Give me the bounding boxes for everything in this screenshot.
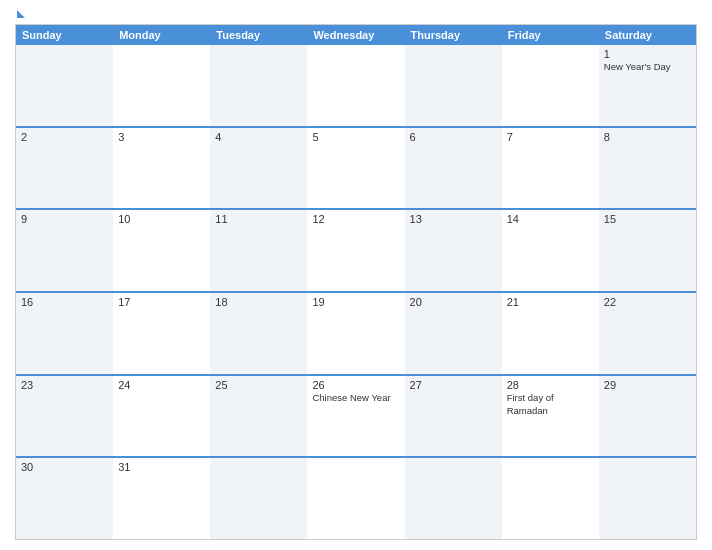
day-number: 15 [604,213,691,225]
day-cell: 28First day of Ramadan [502,376,599,457]
day-number: 3 [118,131,205,143]
day-cell: 30 [16,458,113,539]
day-number: 21 [507,296,594,308]
day-number: 8 [604,131,691,143]
day-number: 22 [604,296,691,308]
day-cell: 31 [113,458,210,539]
day-cell: 14 [502,210,599,291]
day-header-tuesday: Tuesday [210,25,307,45]
day-number: 2 [21,131,108,143]
day-cell: 20 [405,293,502,374]
day-cell: 13 [405,210,502,291]
day-cell: 22 [599,293,696,374]
day-cell [307,45,404,126]
day-cell [113,45,210,126]
day-cell [210,458,307,539]
day-cell [307,458,404,539]
day-cell [502,458,599,539]
day-number: 30 [21,461,108,473]
day-number: 16 [21,296,108,308]
day-cell: 17 [113,293,210,374]
day-number: 19 [312,296,399,308]
day-number: 26 [312,379,399,391]
day-cell: 21 [502,293,599,374]
day-number: 4 [215,131,302,143]
day-header-thursday: Thursday [405,25,502,45]
day-cell: 27 [405,376,502,457]
day-cell [405,458,502,539]
day-number: 29 [604,379,691,391]
day-number: 6 [410,131,497,143]
day-cell: 24 [113,376,210,457]
day-number: 13 [410,213,497,225]
day-number: 11 [215,213,302,225]
day-cell: 9 [16,210,113,291]
day-cell: 3 [113,128,210,209]
week-row-5: 23242526Chinese New Year2728First day of… [16,374,696,457]
day-header-sunday: Sunday [16,25,113,45]
day-event: Chinese New Year [312,392,390,403]
day-cell: 8 [599,128,696,209]
day-cell: 23 [16,376,113,457]
day-event: First day of Ramadan [507,392,554,416]
day-cell [599,458,696,539]
week-row-6: 3031 [16,456,696,539]
day-cell: 2 [16,128,113,209]
day-cell [405,45,502,126]
logo [15,10,25,18]
logo-blue-text [15,10,25,18]
day-cell [16,45,113,126]
header [15,10,697,18]
day-header-monday: Monday [113,25,210,45]
day-number: 10 [118,213,205,225]
day-cell: 15 [599,210,696,291]
page: SundayMondayTuesdayWednesdayThursdayFrid… [0,0,712,550]
days-header: SundayMondayTuesdayWednesdayThursdayFrid… [16,25,696,45]
day-cell: 16 [16,293,113,374]
day-cell: 10 [113,210,210,291]
week-row-1: 1New Year's Day [16,45,696,126]
day-number: 27 [410,379,497,391]
day-number: 31 [118,461,205,473]
week-row-3: 9101112131415 [16,208,696,291]
day-number: 28 [507,379,594,391]
day-number: 12 [312,213,399,225]
day-number: 17 [118,296,205,308]
day-header-wednesday: Wednesday [307,25,404,45]
day-cell: 6 [405,128,502,209]
day-cell: 4 [210,128,307,209]
day-cell: 11 [210,210,307,291]
day-number: 1 [604,48,691,60]
day-cell: 26Chinese New Year [307,376,404,457]
day-cell: 18 [210,293,307,374]
day-cell: 1New Year's Day [599,45,696,126]
day-cell: 12 [307,210,404,291]
day-number: 25 [215,379,302,391]
day-header-friday: Friday [502,25,599,45]
calendar: SundayMondayTuesdayWednesdayThursdayFrid… [15,24,697,540]
day-cell: 29 [599,376,696,457]
day-cell [502,45,599,126]
day-cell: 7 [502,128,599,209]
day-cell: 5 [307,128,404,209]
day-cell [210,45,307,126]
day-cell: 25 [210,376,307,457]
day-number: 18 [215,296,302,308]
day-number: 9 [21,213,108,225]
day-header-saturday: Saturday [599,25,696,45]
day-cell: 19 [307,293,404,374]
week-row-4: 16171819202122 [16,291,696,374]
day-number: 14 [507,213,594,225]
day-number: 20 [410,296,497,308]
day-number: 7 [507,131,594,143]
week-row-2: 2345678 [16,126,696,209]
day-number: 24 [118,379,205,391]
logo-triangle-icon [17,10,25,18]
day-number: 23 [21,379,108,391]
day-number: 5 [312,131,399,143]
day-event: New Year's Day [604,61,671,72]
weeks: 1New Year's Day2345678910111213141516171… [16,45,696,539]
